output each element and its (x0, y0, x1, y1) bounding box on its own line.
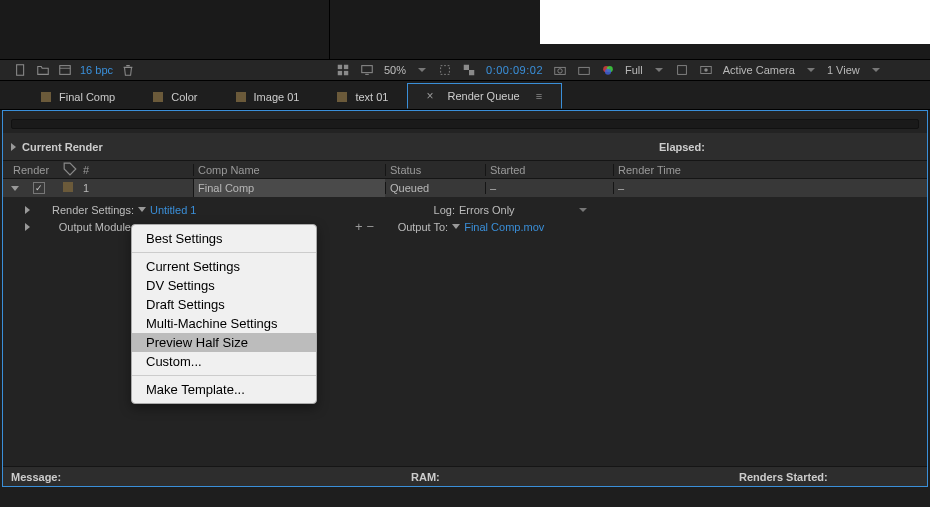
region-icon[interactable] (438, 63, 452, 77)
snapshot-icon[interactable] (553, 63, 567, 77)
disclosure-triangle-icon[interactable] (25, 223, 30, 231)
render-settings-label: Render Settings: (34, 204, 134, 216)
menu-item-custom[interactable]: Custom... (132, 352, 316, 371)
render-checkbox[interactable]: ✓ (33, 182, 45, 194)
render-settings-menu: Best Settings Current Settings DV Settin… (131, 224, 317, 404)
row-comp-name: Final Comp (193, 179, 385, 197)
resolution[interactable]: Full (625, 64, 643, 76)
camera-dropdown-icon[interactable] (807, 68, 815, 72)
tab-image-01[interactable]: Image 01 (217, 83, 319, 109)
row-status: Queued (385, 182, 485, 194)
tab-label: text 01 (355, 91, 388, 103)
output-module-label: Output Module: (34, 221, 134, 233)
add-output-icon[interactable]: + (355, 219, 363, 234)
queue-header-row: Render # Comp Name Status Started Render… (3, 161, 927, 179)
remove-output-icon[interactable]: − (367, 219, 375, 234)
svg-rect-5 (338, 71, 342, 75)
row-started: – (485, 182, 613, 194)
svg-rect-7 (362, 66, 373, 73)
output-to-link[interactable]: Final Comp.mov (464, 221, 544, 233)
tab-label: Image 01 (254, 91, 300, 103)
row-render-time: – (613, 182, 741, 194)
menu-item-best-settings[interactable]: Best Settings (132, 229, 316, 248)
grid-icon[interactable] (336, 63, 350, 77)
monitor-icon[interactable] (360, 63, 374, 77)
menu-item-make-template[interactable]: Make Template... (132, 380, 316, 399)
menu-item-draft-settings[interactable]: Draft Settings (132, 295, 316, 314)
svg-rect-6 (344, 71, 348, 75)
footer-message: Message: (11, 471, 411, 483)
composition-icon[interactable] (58, 63, 72, 77)
camera-select[interactable]: Active Camera (723, 64, 795, 76)
menu-item-multi-machine[interactable]: Multi-Machine Settings (132, 314, 316, 333)
composition-chip-icon (41, 92, 51, 102)
svg-point-20 (704, 68, 708, 72)
label-color-chip[interactable] (63, 182, 73, 192)
panel-tabs: Final Comp Color Image 01 text 01 × Rend… (0, 82, 930, 110)
zoom-dropdown-icon[interactable] (418, 68, 426, 72)
log-value[interactable]: Errors Only (459, 204, 515, 216)
composition-chip-icon (153, 92, 163, 102)
view-dropdown-icon[interactable] (872, 68, 880, 72)
exposure-icon[interactable] (675, 63, 689, 77)
current-render-label: Current Render (22, 141, 103, 153)
disclosure-triangle-icon[interactable] (25, 206, 30, 214)
menu-item-current-settings[interactable]: Current Settings (132, 257, 316, 276)
log-label: Log: (415, 204, 455, 216)
col-started[interactable]: Started (485, 164, 613, 176)
tab-final-comp[interactable]: Final Comp (22, 83, 134, 109)
queue-row[interactable]: ✓ 1 Final Comp Queued – – (3, 179, 927, 197)
mask-icon[interactable] (699, 63, 713, 77)
disclosure-triangle-icon[interactable] (11, 186, 19, 191)
label-icon[interactable] (63, 162, 77, 176)
transparency-grid-icon[interactable] (462, 63, 476, 77)
tab-label: Render Queue (447, 90, 519, 102)
row-number: 1 (83, 182, 193, 194)
log-dropdown-icon[interactable] (579, 208, 587, 212)
col-render[interactable]: Render (3, 164, 63, 176)
tab-color[interactable]: Color (134, 83, 216, 109)
svg-rect-18 (677, 66, 686, 75)
svg-rect-11 (469, 70, 474, 75)
render-settings-link[interactable]: Untitled 1 (150, 204, 196, 216)
col-status[interactable]: Status (385, 164, 485, 176)
tab-render-queue[interactable]: × Render Queue ≡ (407, 83, 562, 109)
svg-point-17 (605, 69, 611, 75)
page-icon[interactable] (14, 63, 28, 77)
folder-icon[interactable] (36, 63, 50, 77)
panel-menu-icon[interactable]: ≡ (536, 90, 543, 102)
channels-icon[interactable] (601, 63, 615, 77)
svg-rect-3 (338, 65, 342, 69)
dropdown-triangle-icon[interactable] (138, 207, 146, 212)
project-panel-preview (0, 0, 330, 61)
show-snapshot-icon[interactable] (577, 63, 591, 77)
tab-label: Color (171, 91, 197, 103)
output-to-label: Output To: (378, 221, 448, 233)
col-number[interactable]: # (83, 164, 193, 176)
elapsed-label: Elapsed: (659, 141, 919, 153)
close-icon[interactable]: × (426, 89, 433, 103)
bit-depth[interactable]: 16 bpc (80, 64, 113, 76)
disclosure-triangle-icon[interactable] (11, 143, 16, 151)
timecode[interactable]: 0:00:09:02 (486, 64, 543, 76)
zoom-level[interactable]: 50% (384, 64, 406, 76)
dropdown-triangle-icon[interactable] (452, 224, 460, 229)
tab-text-01[interactable]: text 01 (318, 83, 407, 109)
svg-rect-9 (441, 66, 450, 75)
view-select[interactable]: 1 View (827, 64, 860, 76)
composition-chip-icon (337, 92, 347, 102)
col-render-time[interactable]: Render Time (613, 164, 741, 176)
menu-item-dv-settings[interactable]: DV Settings (132, 276, 316, 295)
svg-point-13 (558, 69, 562, 73)
menu-item-preview-half-size[interactable]: Preview Half Size (132, 333, 316, 352)
svg-rect-14 (579, 67, 590, 74)
tab-label: Final Comp (59, 91, 115, 103)
col-comp-name[interactable]: Comp Name (193, 164, 385, 176)
svg-rect-4 (344, 65, 348, 69)
composition-preview (330, 0, 930, 61)
resolution-dropdown-icon[interactable] (655, 68, 663, 72)
menu-separator (132, 375, 316, 376)
trash-icon[interactable] (121, 63, 135, 77)
render-progress-bar (11, 119, 919, 129)
composition-chip-icon (236, 92, 246, 102)
